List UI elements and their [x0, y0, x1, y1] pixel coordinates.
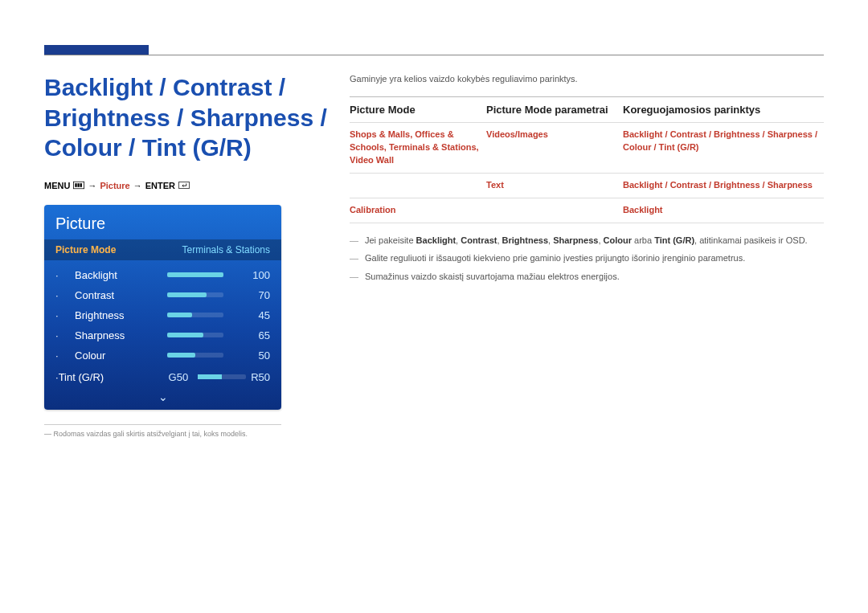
osd-slider-row[interactable]: ·Contrast70 [55, 285, 270, 305]
picture-mode-label: Picture Mode [55, 244, 116, 255]
slider-track[interactable] [167, 353, 223, 358]
slider-value: 50 [243, 349, 270, 362]
bullet-icon: · [55, 329, 59, 341]
slider-label: Backlight [75, 269, 147, 281]
slider-track[interactable] [167, 292, 223, 297]
note-item: ― Galite reguliuoti ir išsaugoti kiekvie… [350, 249, 824, 268]
slider-label: Contrast [75, 289, 147, 301]
note-text: Jei pakeisite Backlight, Contrast, Brigh… [365, 234, 808, 247]
osd-slider-row[interactable]: ·Backlight100 [55, 265, 270, 285]
th-parametrai: Picture Mode parametrai [486, 97, 623, 122]
enter-label: ENTER [145, 181, 175, 190]
th-picture-mode: Picture Mode [350, 97, 486, 122]
notes-list: ― Jei pakeisite Backlight, Contrast, Bri… [350, 231, 824, 286]
note-text: Galite reguliuoti ir išsaugoti kiekvieno… [365, 251, 745, 265]
osd-tint-row[interactable]: · Tint (G/R) G50 R50 [44, 367, 281, 387]
bullet-icon: · [55, 269, 59, 281]
table-row: Shops & Malls, Offices & Schools, Termin… [350, 122, 824, 173]
note-item: ― Jei pakeisite Backlight, Contrast, Bri… [350, 231, 824, 250]
svg-rect-1 [76, 183, 77, 187]
svg-rect-3 [80, 183, 82, 187]
slider-track[interactable] [167, 313, 223, 317]
tint-label: Tint (G/R) [59, 371, 131, 383]
slider-track[interactable] [167, 333, 223, 337]
th-parinktys: Koreguojamosios parinktys [623, 97, 824, 122]
dash-icon: ― [350, 270, 358, 284]
chevron-down-icon[interactable]: ⌄ [44, 387, 281, 405]
enter-icon [178, 181, 190, 190]
tint-g-value: G50 [169, 371, 189, 383]
tv-osd-panel: Picture Picture Mode Terminals & Station… [44, 205, 281, 410]
osd-slider-row[interactable]: ·Colour50 [55, 345, 270, 366]
dash-icon: ― [350, 251, 358, 265]
cell: Shops & Malls, Offices & Schools, Termin… [350, 129, 479, 165]
parameters-table: Picture Mode Picture Mode parametrai Kor… [350, 96, 824, 223]
osd-slider-row[interactable]: ·Brightness45 [55, 305, 270, 325]
menu-step-picture: Picture [100, 181, 129, 190]
slider-label: Sharpness [75, 329, 147, 341]
cell: Backlight / Contrast / Brightness / Shar… [623, 180, 813, 190]
osd-slider-row[interactable]: ·Sharpness65 [55, 325, 270, 345]
slider-value: 45 [243, 309, 270, 321]
header-accent [44, 45, 149, 55]
slider-value: 100 [243, 269, 270, 281]
slider-value: 65 [243, 329, 270, 341]
slider-track[interactable] [167, 272, 223, 277]
slider-label: Brightness [75, 309, 147, 321]
arrow-icon: → [133, 181, 142, 190]
cell: Videos/Images [486, 129, 548, 139]
osd-slider-list: ·Backlight100·Contrast70·Brightness45·Sh… [44, 260, 281, 367]
slider-label: Colour [75, 349, 147, 362]
table-row: Calibration Backlight [350, 198, 824, 223]
table-header: Picture Mode Picture Mode parametrai Kor… [350, 97, 824, 122]
bullet-icon: · [55, 349, 59, 362]
table-row: Text Backlight / Contrast / Brightness /… [350, 173, 824, 198]
cell: Backlight [623, 205, 663, 215]
menu-icon [73, 181, 84, 190]
dash-icon: ― [350, 234, 358, 247]
cell: Backlight / Contrast / Brightness / Shar… [623, 129, 817, 152]
footnote: ― Rodomas vaizdas gali skirtis atsižvelg… [44, 430, 281, 438]
cell: Text [486, 180, 504, 190]
bullet-icon: · [55, 289, 59, 301]
picture-mode-value: Terminals & Stations [182, 244, 270, 255]
slider-value: 70 [243, 289, 270, 301]
tint-r-value: R50 [251, 371, 270, 383]
osd-picture-mode-row[interactable]: Picture Mode Terminals & Stations [44, 239, 281, 260]
footnote-dash: ― [44, 430, 51, 438]
arrow-icon: → [88, 181, 96, 190]
tint-slider[interactable] [198, 374, 246, 379]
note-text: Sumažinus vaizdo skaistį suvartojama maž… [365, 270, 620, 284]
svg-rect-4 [178, 182, 189, 188]
footnote-rule [44, 424, 281, 425]
bullet-icon: · [55, 309, 59, 321]
intro-text: Gaminyje yra kelios vaizdo kokybės regul… [350, 74, 824, 84]
footnote-text: Rodomas vaizdas gali skirtis atsižvelgia… [54, 430, 248, 438]
header-rule [44, 55, 824, 55]
note-item: ― Sumažinus vaizdo skaistį suvartojama m… [350, 268, 824, 286]
menu-label: MENU [44, 181, 70, 190]
page-title: Backlight / Contrast / Brightness / Shar… [44, 72, 334, 163]
osd-title: Picture [44, 213, 281, 239]
svg-rect-2 [78, 183, 80, 187]
cell: Calibration [350, 205, 395, 215]
